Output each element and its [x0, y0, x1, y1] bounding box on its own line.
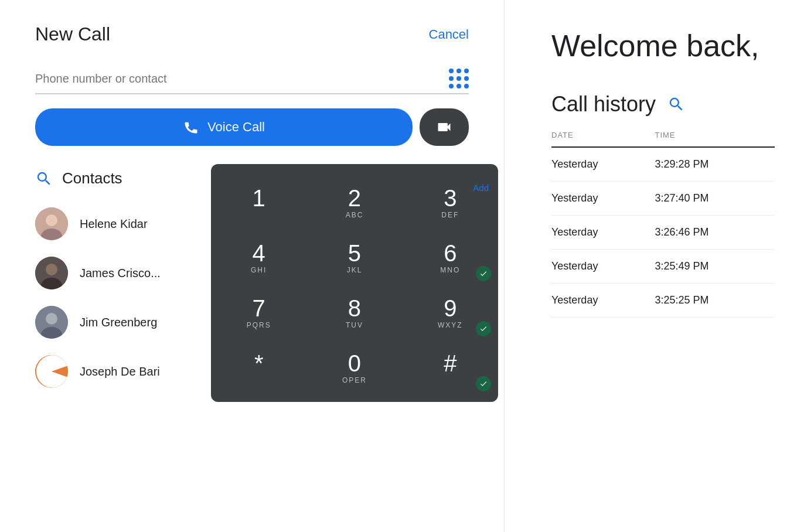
check-badge — [476, 266, 491, 281]
cell-date: Yesterday — [551, 250, 655, 284]
dialpad-key-0[interactable]: 0 OPER — [306, 341, 402, 396]
table-row[interactable]: Yesterday 3:27:40 PM — [551, 182, 775, 216]
dot-grid — [449, 69, 469, 88]
dialpad-digit: 0 — [348, 352, 361, 375]
cell-time: 3:26:46 PM — [655, 216, 775, 250]
left-panel: New Call Cancel Voice Call — [0, 0, 504, 532]
phone-icon — [183, 119, 199, 135]
dot — [464, 69, 469, 73]
avatar — [35, 306, 68, 339]
cell-date: Yesterday — [551, 147, 655, 182]
new-call-title: New Call — [35, 23, 110, 45]
check-badge — [476, 376, 491, 391]
table-row[interactable]: Yesterday 3:29:28 PM — [551, 147, 775, 182]
dialpad-toggle-icon[interactable] — [449, 69, 469, 88]
column-header-time: TIME — [655, 131, 775, 147]
dialpad-digit: * — [254, 352, 264, 375]
dialpad-sub: WXYZ — [438, 321, 463, 330]
call-history-title: Call history — [551, 92, 656, 117]
avatar — [35, 257, 68, 289]
cell-time: 3:25:49 PM — [655, 250, 775, 284]
table-row[interactable]: Yesterday 3:25:49 PM — [551, 250, 775, 284]
dialpad-overlay: 1 2 ABC 3 DEF Add 4 GHI 5 JKL 6 — [211, 164, 498, 402]
dialpad-key-8[interactable]: 8 TUV — [306, 286, 402, 341]
phone-input[interactable] — [35, 72, 449, 86]
dialpad-key-star[interactable]: * — [211, 341, 306, 396]
cancel-button[interactable]: Cancel — [429, 27, 469, 42]
dot — [449, 69, 454, 73]
dialpad-digit: 5 — [348, 241, 361, 265]
contact-name: James Crisco... — [80, 267, 161, 280]
svg-point-1 — [46, 214, 57, 226]
welcome-title: Welcome back, — [551, 29, 775, 63]
video-icon — [436, 119, 452, 135]
cell-time: 3:25:25 PM — [655, 284, 775, 318]
dialpad-digit: 8 — [348, 296, 361, 320]
dot — [456, 69, 461, 73]
contacts-title: Contacts — [62, 169, 122, 187]
dialpad-digit: # — [444, 352, 456, 375]
dialpad-key-5[interactable]: 5 JKL — [306, 231, 402, 286]
dot — [456, 76, 461, 81]
dot — [449, 84, 454, 88]
video-call-button[interactable] — [420, 108, 469, 146]
dialpad-sub: ABC — [346, 211, 364, 220]
dialpad-key-2[interactable]: 2 ABC — [306, 176, 402, 231]
cell-date: Yesterday — [551, 216, 655, 250]
svg-point-4 — [46, 264, 57, 275]
column-header-date: DATE — [551, 131, 655, 147]
dialpad-grid: 1 2 ABC 3 DEF Add 4 GHI 5 JKL 6 — [211, 176, 498, 396]
cell-date: Yesterday — [551, 182, 655, 216]
voice-call-label: Voice Call — [207, 120, 265, 135]
dialpad-sub: OPER — [342, 376, 367, 386]
contact-name: Helene Kidar — [80, 217, 148, 231]
dialpad-key-9[interactable]: 9 WXYZ — [403, 286, 498, 341]
dialpad-key-3[interactable]: 3 DEF Add — [403, 176, 498, 231]
phone-input-row — [35, 69, 469, 94]
avatar-image — [35, 207, 68, 240]
dialpad-digit: 6 — [444, 241, 456, 265]
call-buttons-row: Voice Call — [35, 108, 469, 146]
dialpad-sub: TUV — [346, 321, 363, 330]
dialpad-digit: 4 — [253, 241, 265, 265]
dialpad-sub: DEF — [441, 211, 459, 220]
call-history-table: DATE TIME Yesterday 3:29:28 PM Yesterday… — [551, 131, 775, 318]
dialpad-sub: GHI — [251, 266, 267, 275]
add-badge: Add — [473, 183, 489, 193]
search-icon-history[interactable] — [667, 96, 685, 113]
dialpad-key-hash[interactable]: # — [403, 341, 498, 396]
dialpad-key-6[interactable]: 6 MNO — [403, 231, 498, 286]
avatar — [35, 355, 68, 388]
dialpad-digit: 2 — [348, 186, 361, 210]
avatar-image — [35, 306, 68, 339]
dot — [464, 84, 469, 88]
contact-name: Jim Greenberg — [80, 316, 157, 329]
dialpad-sub: PQRS — [247, 321, 271, 330]
cell-time: 3:29:28 PM — [655, 147, 775, 182]
dialpad-digit: 3 — [444, 186, 456, 210]
header-row: New Call Cancel — [35, 23, 469, 45]
search-icon[interactable] — [35, 170, 53, 187]
dialpad-key-1[interactable]: 1 — [211, 176, 306, 231]
dialpad-digit: 9 — [444, 296, 456, 320]
dot — [449, 76, 454, 81]
dialpad-digit: 1 — [253, 186, 265, 210]
dialpad-key-7[interactable]: 7 PQRS — [211, 286, 306, 341]
avatar-image — [35, 257, 68, 289]
avatar-image — [35, 355, 68, 388]
cell-date: Yesterday — [551, 284, 655, 318]
call-history-header: Call history — [551, 92, 775, 117]
dot — [456, 84, 461, 88]
table-row[interactable]: Yesterday 3:26:46 PM — [551, 216, 775, 250]
contact-name: Joseph De Bari — [80, 365, 160, 378]
dialpad-key-4[interactable]: 4 GHI — [211, 231, 306, 286]
avatar — [35, 207, 68, 240]
voice-call-button[interactable]: Voice Call — [35, 108, 413, 146]
check-badge — [476, 321, 491, 336]
dialpad-digit: 7 — [253, 296, 265, 320]
table-row[interactable]: Yesterday 3:25:25 PM — [551, 284, 775, 318]
cell-time: 3:27:40 PM — [655, 182, 775, 216]
svg-point-7 — [46, 313, 57, 325]
table-header-row: DATE TIME — [551, 131, 775, 147]
dialpad-sub: MNO — [440, 266, 460, 275]
